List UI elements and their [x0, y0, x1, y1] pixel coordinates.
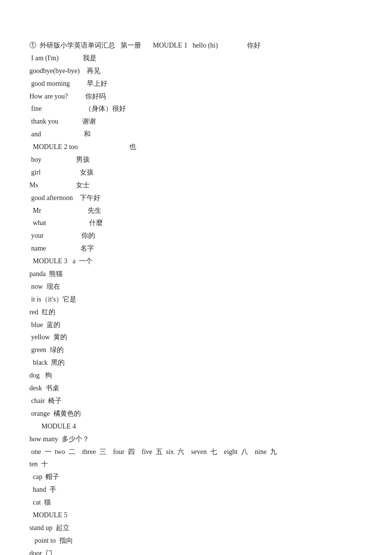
- text-line-11: Ms 女士: [29, 179, 363, 192]
- text-line-31: how many 多少个？: [29, 433, 363, 446]
- text-line-16: name 名字: [29, 242, 363, 255]
- text-line-13: Mr 先生: [29, 204, 363, 217]
- text-line-2: goodbye(bye-bye) 再见: [29, 65, 363, 77]
- text-line-30: MODULE 4: [29, 420, 363, 433]
- text-line-18: panda 熊猫: [29, 268, 363, 280]
- text-line-39: point to 指向: [29, 534, 363, 547]
- text-line-29: orange 橘黄色的: [29, 407, 363, 420]
- text-line-37: MODULE 5: [29, 509, 363, 522]
- text-line-7: and 和: [29, 128, 363, 141]
- text-line-28: chair 椅子: [29, 395, 363, 407]
- text-line-17: MODULE 3 a 一个: [29, 255, 363, 268]
- main-content: ① 外研版小学英语单词汇总 第一册 MOUDLE 1 hello (hi) 你好…: [29, 39, 363, 555]
- text-line-12: good afternoon 下午好: [29, 192, 363, 204]
- text-line-8: MODULE 2 too 也: [29, 141, 363, 153]
- text-line-23: yellow 黄的: [29, 331, 363, 344]
- text-line-1: I am (I'm) 我是: [29, 52, 363, 65]
- text-line-32: one 一 two 二 three 三 four 四 five 五 six 六 …: [29, 446, 363, 458]
- text-line-10: girl 女孩: [29, 166, 363, 179]
- text-line-20: it is（it's）它是: [29, 293, 363, 306]
- text-line-38: stand up 起立: [29, 522, 363, 534]
- text-line-25: black 黑的: [29, 356, 363, 369]
- text-line-15: your 你的: [29, 229, 363, 242]
- text-line-40: door 门: [29, 547, 363, 555]
- text-line-36: cat 猫: [29, 496, 363, 509]
- text-line-24: green 绿的: [29, 344, 363, 356]
- text-line-34: cap 帽子: [29, 471, 363, 483]
- text-line-22: blue 蓝的: [29, 319, 363, 331]
- text-line-35: hand 手: [29, 483, 363, 496]
- text-line-33: ten 十: [29, 458, 363, 471]
- text-line-14: what 什麼: [29, 217, 363, 229]
- text-line-3: good morning 早上好: [29, 77, 363, 90]
- text-line-5: fine （身体）很好: [29, 102, 363, 115]
- text-line-4: How are you? 你好吗: [29, 90, 363, 103]
- text-line-26: dog 狗: [29, 369, 363, 382]
- text-line-21: red 红的: [29, 306, 363, 319]
- text-line-9: boy 男孩: [29, 153, 363, 166]
- text-line-19: now 现在: [29, 280, 363, 293]
- text-line-0: ① 外研版小学英语单词汇总 第一册 MOUDLE 1 hello (hi) 你好: [29, 39, 363, 52]
- text-line-27: desk 书桌: [29, 382, 363, 395]
- text-line-6: thank you 谢谢: [29, 115, 363, 128]
